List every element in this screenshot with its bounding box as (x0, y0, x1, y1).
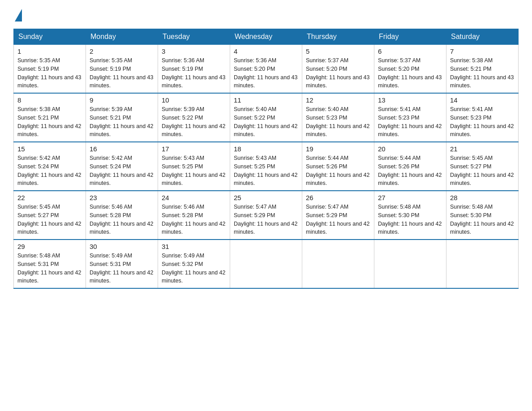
day-number: 11 (234, 96, 298, 104)
calendar-cell (230, 240, 302, 288)
column-header-tuesday: Tuesday (158, 29, 230, 45)
week-row-3: 15 Sunrise: 5:42 AM Sunset: 5:24 PM Dayl… (14, 142, 519, 191)
calendar-cell (302, 240, 374, 288)
logo-triangle-icon (15, 9, 22, 21)
column-header-friday: Friday (374, 29, 446, 45)
day-number: 21 (450, 145, 515, 153)
page-header (13, 9, 519, 20)
day-info: Sunrise: 5:44 AM Sunset: 5:26 PM Dayligh… (306, 154, 370, 188)
calendar-cell: 13 Sunrise: 5:41 AM Sunset: 5:23 PM Dayl… (374, 93, 446, 142)
day-info: Sunrise: 5:39 AM Sunset: 5:21 PM Dayligh… (90, 105, 154, 139)
day-info: Sunrise: 5:35 AM Sunset: 5:19 PM Dayligh… (17, 56, 82, 90)
calendar-table: SundayMondayTuesdayWednesdayThursdayFrid… (13, 29, 519, 289)
day-info: Sunrise: 5:37 AM Sunset: 5:20 PM Dayligh… (306, 56, 370, 90)
calendar-cell: 7 Sunrise: 5:38 AM Sunset: 5:21 PM Dayli… (446, 45, 519, 94)
day-info: Sunrise: 5:42 AM Sunset: 5:24 PM Dayligh… (90, 154, 154, 188)
day-info: Sunrise: 5:49 AM Sunset: 5:31 PM Dayligh… (90, 252, 154, 285)
calendar-cell: 15 Sunrise: 5:42 AM Sunset: 5:24 PM Dayl… (14, 142, 86, 191)
day-info: Sunrise: 5:40 AM Sunset: 5:23 PM Dayligh… (306, 105, 370, 139)
calendar-cell: 3 Sunrise: 5:36 AM Sunset: 5:19 PM Dayli… (158, 45, 230, 94)
day-info: Sunrise: 5:38 AM Sunset: 5:21 PM Dayligh… (450, 56, 515, 90)
calendar-cell: 14 Sunrise: 5:41 AM Sunset: 5:23 PM Dayl… (446, 93, 519, 142)
calendar-cell: 21 Sunrise: 5:45 AM Sunset: 5:27 PM Dayl… (446, 142, 519, 191)
day-number: 20 (378, 145, 442, 153)
calendar-cell: 30 Sunrise: 5:49 AM Sunset: 5:31 PM Dayl… (86, 240, 158, 288)
calendar-cell: 26 Sunrise: 5:47 AM Sunset: 5:29 PM Dayl… (302, 191, 374, 240)
calendar-cell: 8 Sunrise: 5:38 AM Sunset: 5:21 PM Dayli… (14, 93, 86, 142)
day-info: Sunrise: 5:45 AM Sunset: 5:27 PM Dayligh… (450, 154, 515, 188)
day-info: Sunrise: 5:41 AM Sunset: 5:23 PM Dayligh… (378, 105, 442, 139)
calendar-cell: 19 Sunrise: 5:44 AM Sunset: 5:26 PM Dayl… (302, 142, 374, 191)
day-number: 19 (306, 145, 370, 153)
day-number: 13 (378, 96, 442, 104)
week-row-4: 22 Sunrise: 5:45 AM Sunset: 5:27 PM Dayl… (14, 191, 519, 240)
day-info: Sunrise: 5:44 AM Sunset: 5:26 PM Dayligh… (378, 154, 442, 188)
day-info: Sunrise: 5:42 AM Sunset: 5:24 PM Dayligh… (17, 154, 82, 188)
day-number: 9 (90, 96, 154, 104)
day-number: 16 (90, 145, 154, 153)
column-header-monday: Monday (86, 29, 158, 45)
day-number: 6 (378, 47, 442, 55)
calendar-cell: 5 Sunrise: 5:37 AM Sunset: 5:20 PM Dayli… (302, 45, 374, 94)
day-info: Sunrise: 5:40 AM Sunset: 5:22 PM Dayligh… (234, 105, 298, 139)
day-info: Sunrise: 5:35 AM Sunset: 5:19 PM Dayligh… (90, 56, 154, 90)
calendar-cell: 1 Sunrise: 5:35 AM Sunset: 5:19 PM Dayli… (14, 45, 86, 94)
day-number: 2 (90, 47, 154, 55)
calendar-cell: 24 Sunrise: 5:46 AM Sunset: 5:28 PM Dayl… (158, 191, 230, 240)
calendar-cell: 22 Sunrise: 5:45 AM Sunset: 5:27 PM Dayl… (14, 191, 86, 240)
calendar-cell (446, 240, 519, 288)
week-row-5: 29 Sunrise: 5:48 AM Sunset: 5:31 PM Dayl… (14, 240, 519, 288)
column-header-wednesday: Wednesday (230, 29, 302, 45)
calendar-cell: 4 Sunrise: 5:36 AM Sunset: 5:20 PM Dayli… (230, 45, 302, 94)
day-info: Sunrise: 5:45 AM Sunset: 5:27 PM Dayligh… (17, 203, 82, 236)
calendar-cell: 2 Sunrise: 5:35 AM Sunset: 5:19 PM Dayli… (86, 45, 158, 94)
logo (13, 9, 22, 20)
calendar-cell: 27 Sunrise: 5:48 AM Sunset: 5:30 PM Dayl… (374, 191, 446, 240)
day-number: 24 (162, 194, 226, 201)
day-number: 31 (162, 243, 226, 250)
day-number: 23 (90, 194, 154, 201)
calendar-cell: 23 Sunrise: 5:46 AM Sunset: 5:28 PM Dayl… (86, 191, 158, 240)
calendar-cell: 28 Sunrise: 5:48 AM Sunset: 5:30 PM Dayl… (446, 191, 519, 240)
day-info: Sunrise: 5:36 AM Sunset: 5:20 PM Dayligh… (234, 56, 298, 90)
calendar-cell: 29 Sunrise: 5:48 AM Sunset: 5:31 PM Dayl… (14, 240, 86, 288)
day-info: Sunrise: 5:48 AM Sunset: 5:30 PM Dayligh… (378, 203, 442, 236)
day-number: 22 (17, 194, 82, 201)
day-number: 4 (234, 47, 298, 55)
day-number: 10 (162, 96, 226, 104)
calendar-cell: 17 Sunrise: 5:43 AM Sunset: 5:25 PM Dayl… (158, 142, 230, 191)
day-info: Sunrise: 5:48 AM Sunset: 5:31 PM Dayligh… (17, 252, 82, 285)
day-info: Sunrise: 5:43 AM Sunset: 5:25 PM Dayligh… (234, 154, 298, 188)
calendar-cell: 10 Sunrise: 5:39 AM Sunset: 5:22 PM Dayl… (158, 93, 230, 142)
day-number: 28 (450, 194, 515, 201)
calendar-cell: 16 Sunrise: 5:42 AM Sunset: 5:24 PM Dayl… (86, 142, 158, 191)
day-number: 1 (17, 47, 82, 55)
day-number: 12 (306, 96, 370, 104)
day-info: Sunrise: 5:43 AM Sunset: 5:25 PM Dayligh… (162, 154, 226, 188)
calendar-cell: 31 Sunrise: 5:49 AM Sunset: 5:32 PM Dayl… (158, 240, 230, 288)
day-number: 30 (90, 243, 154, 250)
day-info: Sunrise: 5:46 AM Sunset: 5:28 PM Dayligh… (90, 203, 154, 236)
column-header-sunday: Sunday (14, 29, 86, 45)
column-header-thursday: Thursday (302, 29, 374, 45)
day-info: Sunrise: 5:38 AM Sunset: 5:21 PM Dayligh… (17, 105, 82, 139)
day-number: 8 (17, 96, 82, 104)
calendar-header-row: SundayMondayTuesdayWednesdayThursdayFrid… (14, 29, 519, 45)
week-row-1: 1 Sunrise: 5:35 AM Sunset: 5:19 PM Dayli… (14, 45, 519, 94)
calendar-cell: 11 Sunrise: 5:40 AM Sunset: 5:22 PM Dayl… (230, 93, 302, 142)
day-number: 29 (17, 243, 82, 250)
day-info: Sunrise: 5:36 AM Sunset: 5:19 PM Dayligh… (162, 56, 226, 90)
day-number: 7 (450, 47, 515, 55)
day-info: Sunrise: 5:39 AM Sunset: 5:22 PM Dayligh… (162, 105, 226, 139)
day-number: 26 (306, 194, 370, 201)
calendar-cell: 25 Sunrise: 5:47 AM Sunset: 5:29 PM Dayl… (230, 191, 302, 240)
calendar-cell (374, 240, 446, 288)
calendar-cell: 20 Sunrise: 5:44 AM Sunset: 5:26 PM Dayl… (374, 142, 446, 191)
day-number: 14 (450, 96, 515, 104)
day-number: 5 (306, 47, 370, 55)
day-info: Sunrise: 5:49 AM Sunset: 5:32 PM Dayligh… (162, 252, 226, 285)
day-info: Sunrise: 5:48 AM Sunset: 5:30 PM Dayligh… (450, 203, 515, 236)
day-number: 17 (162, 145, 226, 153)
day-info: Sunrise: 5:37 AM Sunset: 5:20 PM Dayligh… (378, 56, 442, 90)
calendar-cell: 18 Sunrise: 5:43 AM Sunset: 5:25 PM Dayl… (230, 142, 302, 191)
